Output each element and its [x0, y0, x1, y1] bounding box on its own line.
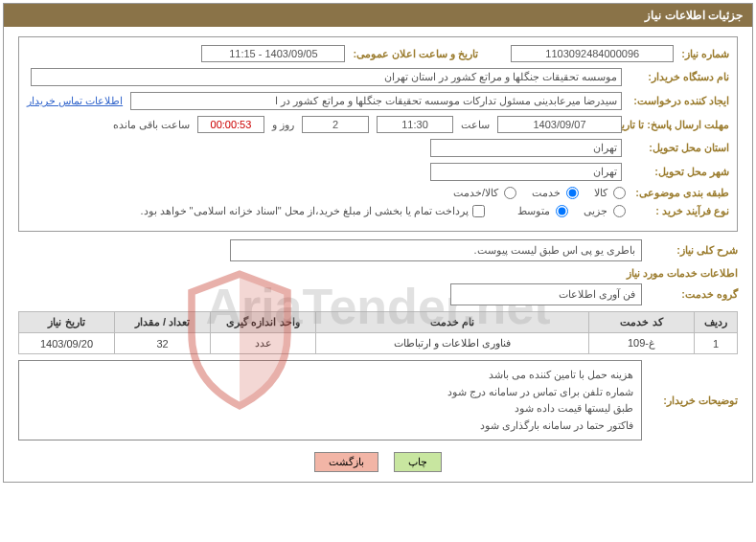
desc-value: باطری یو پی اس طبق لیست پیوست. [230, 239, 642, 261]
td-unit: عدد [211, 333, 316, 354]
requester-value: سیدرضا میرعابدینی مسئول تدارکات موسسه تح… [130, 92, 622, 110]
td-code: غ-109 [589, 333, 695, 354]
need-no-label: شماره نیاز: [677, 48, 729, 60]
services-table: ردیف کد خدمت نام خدمت واحد اندازه گیری ت… [18, 311, 738, 354]
cat-opt-both-label: کالا/خدمت [440, 187, 500, 199]
print-button[interactable]: چاپ [394, 452, 442, 472]
category-radios: کالا خدمت کالا/خدمت [440, 187, 626, 199]
buyer-note-line: فاکتور حتما در سامانه بارگذاری شود [27, 418, 633, 435]
buyer-notes-box: هزینه حمل با تامین کننده می باشد شماره ت… [18, 360, 642, 440]
td-date: 1403/09/20 [19, 333, 115, 354]
need-no-value: 1103092484000096 [511, 45, 674, 62]
service-group-value: فن آوری اطلاعات [450, 283, 642, 305]
process-label: نوع فرآیند خرید : [626, 205, 729, 217]
days-remaining: 2 [302, 116, 369, 133]
proc-opt-medium[interactable] [556, 205, 568, 217]
cat-opt-both[interactable] [504, 187, 516, 199]
deadline-date: 1403/09/07 [497, 116, 622, 133]
buyer-note-line: شماره تلفن برای تماس در سامانه درج شود [27, 384, 633, 401]
th-row: ردیف [695, 312, 738, 333]
table-row: 1 غ-109 فناوری اطلاعات و ارتباطات عدد 32… [19, 333, 738, 354]
service-group-label: گروه خدمت: [642, 288, 738, 301]
td-row: 1 [695, 333, 738, 354]
buyer-org-value: موسسه تحقیقات جنگلها و مراتع کشور در است… [31, 68, 622, 86]
buyer-note-line: طبق لیستها قیمت داده شود [27, 400, 633, 418]
countdown: 00:00:53 [197, 116, 264, 133]
treasury-note: پرداخت تمام یا بخشی از مبلغ خرید،از محل … [140, 205, 469, 217]
td-name: فناوری اطلاعات و ارتباطات [316, 333, 589, 354]
buyer-notes-label: توضیحات خریدار: [642, 395, 738, 407]
treasury-check: پرداخت تمام یا بخشی از مبلغ خرید،از محل … [140, 205, 485, 217]
th-name: نام خدمت [316, 312, 589, 333]
td-qty: 32 [115, 333, 211, 354]
proc-opt-medium-label: متوسط [504, 205, 552, 217]
th-date: تاریخ نیاز [19, 312, 115, 333]
page-title: جزئیات اطلاعات نیاز [4, 4, 752, 27]
button-row: چاپ بازگشت [4, 452, 752, 472]
services-header: اطلاعات خدمات مورد نیاز [18, 267, 738, 280]
proc-opt-minor[interactable] [613, 205, 626, 217]
category-label: طبقه بندی موضوعی: [626, 187, 729, 199]
cat-opt-goods[interactable] [613, 187, 626, 199]
back-button[interactable]: بازگشت [314, 452, 378, 472]
announce-value: 1403/09/05 - 11:15 [201, 45, 345, 62]
th-qty: تعداد / مقدار [115, 312, 211, 333]
remaining-word: ساعت باقی مانده [109, 119, 194, 131]
th-code: کد خدمت [589, 312, 695, 333]
deadline-time: 11:30 [377, 116, 453, 133]
province-label: استان محل تحویل: [626, 142, 729, 154]
desc-label: شرح کلی نیاز: [642, 244, 738, 257]
days-and-word: روز و [268, 119, 298, 131]
city-label: شهر محل تحویل: [626, 166, 729, 178]
hour-word: ساعت [457, 119, 493, 131]
buyer-org-label: نام دستگاه خریدار: [626, 71, 729, 83]
process-radios: جزیی متوسط [504, 205, 626, 217]
table-header-row: ردیف کد خدمت نام خدمت واحد اندازه گیری ت… [19, 312, 738, 333]
cat-opt-goods-label: کالا [581, 187, 609, 199]
city-value: تهران [430, 163, 622, 181]
buyer-contact-link[interactable]: اطلاعات تماس خریدار [27, 95, 126, 107]
buyer-note-line: هزینه حمل با تامین کننده می باشد [27, 367, 633, 384]
deadline-label: مهلت ارسال پاسخ: تا تاریخ: [626, 119, 729, 131]
announce-label: تاریخ و ساعت اعلان عمومی: [349, 48, 478, 60]
province-value: تهران [430, 139, 622, 157]
proc-opt-minor-label: جزیی [570, 205, 609, 217]
info-box: شماره نیاز: 1103092484000096 تاریخ و ساع… [18, 36, 738, 232]
cat-opt-service-label: خدمت [518, 187, 562, 199]
treasury-checkbox[interactable] [472, 205, 485, 217]
cat-opt-service[interactable] [566, 187, 579, 199]
requester-label: ایجاد کننده درخواست: [626, 95, 729, 107]
th-unit: واحد اندازه گیری [211, 312, 316, 333]
